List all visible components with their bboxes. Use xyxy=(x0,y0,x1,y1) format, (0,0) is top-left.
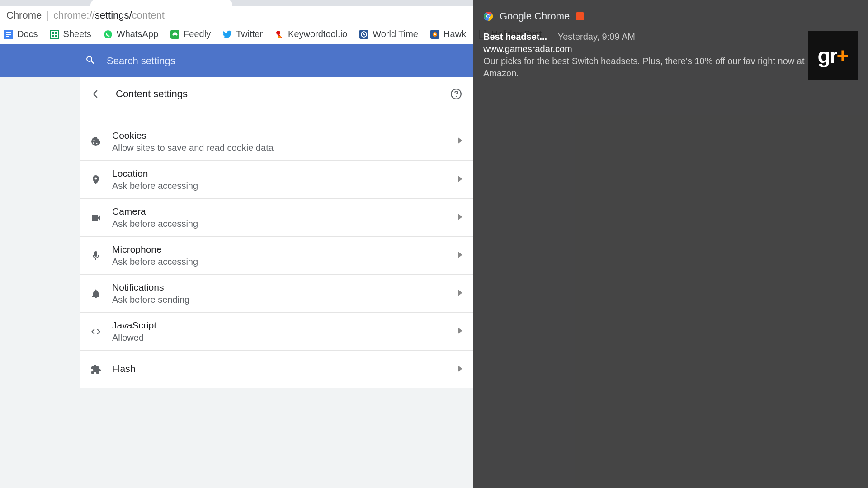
chevron-right-icon xyxy=(458,137,462,145)
setting-sub: Ask before accessing xyxy=(112,181,458,191)
code-icon xyxy=(90,326,112,337)
setting-notifications[interactable]: Notifications Ask before sending xyxy=(80,274,473,312)
bookmark-keywordtool[interactable]: Keywordtool.io xyxy=(274,29,347,39)
docs-icon xyxy=(4,29,14,39)
svg-rect-1 xyxy=(6,32,11,33)
back-button[interactable] xyxy=(90,88,103,100)
svg-rect-3 xyxy=(6,36,9,37)
bookmarks-bar: Docs Sheets WhatsApp Feedly Twitter Keyw… xyxy=(0,24,473,44)
bookmark-sheets[interactable]: Sheets xyxy=(50,29,91,39)
notification-site: www.gamesradar.com xyxy=(483,43,808,55)
omnibox-url: chrome://settings/content xyxy=(53,9,165,21)
plugin-icon xyxy=(90,364,112,375)
bookmark-label: Sheets xyxy=(63,29,91,39)
search-settings-input[interactable] xyxy=(107,55,378,67)
setting-javascript[interactable]: JavaScript Allowed xyxy=(80,312,473,350)
search-icon xyxy=(85,55,96,67)
hawk-icon xyxy=(430,29,440,39)
page-title: Content settings xyxy=(116,88,437,100)
setting-title: Notifications xyxy=(112,282,458,293)
omnibox-app-label: Chrome xyxy=(6,9,42,21)
bookmark-label: Twitter xyxy=(236,29,263,39)
setting-flash[interactable]: Flash xyxy=(80,350,473,388)
svg-point-20 xyxy=(487,15,490,18)
setting-title: Camera xyxy=(112,206,458,217)
worldtime-icon xyxy=(359,29,369,39)
setting-sub: Allowed xyxy=(112,333,458,343)
settings-card: Content settings Cookies Allow sites to … xyxy=(80,77,473,388)
bookmark-whatsapp[interactable]: WhatsApp xyxy=(103,29,158,39)
bookmark-label: Keywordtool.io xyxy=(288,29,347,39)
setting-title: Location xyxy=(112,168,458,179)
chevron-right-icon xyxy=(458,214,462,222)
setting-location[interactable]: Location Ask before accessing xyxy=(80,160,473,198)
svg-rect-10 xyxy=(278,36,281,38)
bookmark-docs[interactable]: Docs xyxy=(4,29,38,39)
setting-sub: Ask before sending xyxy=(112,295,458,305)
notification-app-row: Google Chrome xyxy=(473,7,868,25)
setting-sub: Ask before accessing xyxy=(112,219,458,229)
microphone-icon xyxy=(90,250,112,261)
svg-point-17 xyxy=(456,96,457,97)
settings-search-bar xyxy=(0,44,473,77)
notification-body: Our picks for the best Switch headsets. … xyxy=(483,55,808,80)
omnibox[interactable]: Chrome | chrome://settings/content xyxy=(0,6,473,24)
omnibox-separator: | xyxy=(46,9,49,21)
svg-rect-2 xyxy=(6,34,11,35)
bookmark-label: Docs xyxy=(17,29,38,39)
feedly-icon xyxy=(170,29,180,39)
bookmark-hawk[interactable]: Hawk xyxy=(430,29,466,39)
bookmark-label: WhatsApp xyxy=(117,29,158,39)
notification-badge-icon xyxy=(576,12,584,20)
notification-card[interactable]: Best headset... Yesterday, 9:09 AM www.g… xyxy=(473,25,868,86)
chevron-right-icon xyxy=(458,290,462,298)
svg-point-8 xyxy=(104,30,112,38)
bookmark-label: World Time xyxy=(373,29,418,39)
setting-microphone[interactable]: Microphone Ask before accessing xyxy=(80,236,473,274)
notification-thumbnail: gr+ xyxy=(808,31,858,80)
bookmark-label: Hawk xyxy=(443,29,466,39)
setting-list: Cookies Allow sites to save and read coo… xyxy=(80,111,473,388)
cookie-icon xyxy=(90,136,112,147)
chevron-right-icon xyxy=(458,328,462,336)
tab-strip xyxy=(0,0,473,6)
camera-icon xyxy=(90,212,112,223)
keywordtool-icon xyxy=(274,29,284,39)
gr-logo-icon: gr+ xyxy=(818,43,849,68)
setting-title: Flash xyxy=(112,363,458,374)
setting-camera[interactable]: Camera Ask before accessing xyxy=(80,198,473,236)
bell-icon xyxy=(90,288,112,299)
notification-app-name: Google Chrome xyxy=(500,10,570,22)
svg-point-15 xyxy=(434,33,436,35)
notification-title: Best headset... xyxy=(483,32,547,42)
chrome-icon xyxy=(483,11,493,21)
chevron-right-icon xyxy=(458,252,462,260)
bookmark-label: Feedly xyxy=(184,29,211,39)
bookmark-twitter[interactable]: Twitter xyxy=(222,29,263,39)
whatsapp-icon xyxy=(103,29,113,39)
location-icon xyxy=(90,174,112,185)
twitter-icon xyxy=(222,29,232,39)
setting-title: Cookies xyxy=(112,130,458,141)
bookmark-feedly[interactable]: Feedly xyxy=(170,29,211,39)
settings-body: Content settings Cookies Allow sites to … xyxy=(0,77,473,488)
setting-cookies[interactable]: Cookies Allow sites to save and read coo… xyxy=(80,122,473,160)
setting-sub: Ask before accessing xyxy=(112,257,458,267)
help-button[interactable] xyxy=(450,88,462,100)
setting-title: Microphone xyxy=(112,244,458,255)
notification-panel: Google Chrome Best headset... Yesterday,… xyxy=(473,0,868,488)
tab-active[interactable] xyxy=(90,0,232,6)
setting-title: JavaScript xyxy=(112,320,458,331)
setting-sub: Allow sites to save and read cookie data xyxy=(112,143,458,153)
notification-time: Yesterday, 9:09 AM xyxy=(558,32,635,42)
card-header: Content settings xyxy=(80,77,473,111)
bookmark-worldtime[interactable]: World Time xyxy=(359,29,418,39)
chevron-right-icon xyxy=(458,176,462,184)
sheets-icon xyxy=(50,29,60,39)
chevron-right-icon xyxy=(458,366,462,374)
